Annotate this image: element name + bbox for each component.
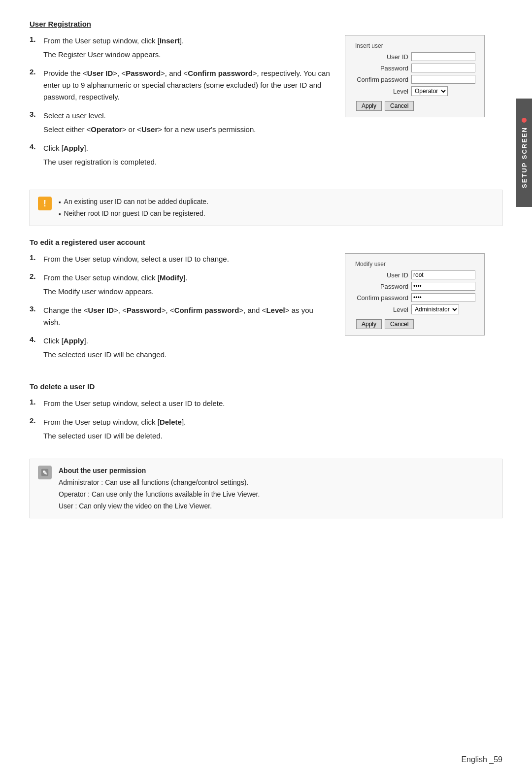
edit-step-3: 3. Change the <User ID>, <Password>, <Co… [30, 304, 330, 330]
insert-form-buttons: Apply Cancel [354, 101, 475, 111]
insert-user-form: Insert user User ID Password Confirm pas… [345, 35, 485, 117]
insert-password-label: Password [354, 65, 408, 72]
edit-step-2-sub: The Modify user window appears. [43, 286, 330, 298]
step-3-text: Select a user level. [43, 110, 330, 122]
edit-step-4-text: Click [Apply]. [43, 335, 330, 347]
sidebar-tab: SETUP SCREEN [516, 99, 532, 207]
insert-level-row: Level Operator User [354, 86, 475, 96]
info-content: About the user permission Administrator … [59, 465, 494, 512]
delete-step-2-sub: The selected user ID will be deleted. [43, 430, 502, 442]
user-registration-heading: User Registration [30, 20, 502, 28]
modify-password-input[interactable] [411, 282, 475, 291]
note-content: ▪ An existing user ID can not be added d… [59, 196, 494, 220]
modify-confirm-input[interactable] [411, 293, 475, 302]
insert-cancel-button[interactable]: Cancel [385, 101, 414, 111]
insert-confirm-input[interactable] [411, 75, 475, 84]
delete-user-section: To delete a user ID 1. From the User set… [30, 382, 502, 444]
step-1-sub: The Register User window appears. [43, 49, 330, 61]
modify-level-label: Level [354, 306, 408, 313]
step-1: 1. From the User setup window, click [In… [30, 35, 330, 63]
step-2-content: Provide the <User ID>, <Password>, and <… [43, 67, 330, 105]
modify-user-form: Modify user User ID Password Confirm pas… [345, 253, 485, 336]
step-2-text: Provide the <User ID>, <Password>, and <… [43, 67, 330, 103]
delete-user-heading: To delete a user ID [30, 382, 502, 391]
delete-step-2-text: From the User setup window, click [Delet… [43, 416, 502, 428]
modify-confirm-label: Confirm password [354, 294, 408, 302]
page-footer: English _59 [461, 755, 502, 764]
modify-userid-row: User ID [354, 270, 475, 279]
step-3-sub: Select either <Operator> or <User> for a… [43, 124, 330, 135]
edit-step-2-text: From the User setup window, click [Modif… [43, 272, 330, 284]
insert-confirm-label: Confirm password [354, 76, 408, 83]
step-1-num: 1. [30, 35, 41, 63]
modify-user-form-container: Modify user User ID Password Confirm pas… [345, 253, 502, 368]
info-item-3: User : Can only view the video on the Li… [59, 501, 494, 512]
edit-step-2-content: From the User setup window, click [Modif… [43, 272, 330, 300]
note-box: ! ▪ An existing user ID can not be added… [30, 190, 502, 226]
insert-form-title: Insert user [354, 42, 475, 49]
registration-steps: 1. From the User setup window, click [In… [30, 35, 330, 175]
edit-step-1-content: From the User setup window, select a use… [43, 253, 330, 267]
user-registration-section: User Registration 1. From the User setup… [30, 20, 502, 175]
modify-password-label: Password [354, 283, 408, 290]
step-3-content: Select a user level. Select either <Oper… [43, 110, 330, 137]
edit-step-3-num: 3. [30, 304, 41, 330]
info-item-2: Operator : Can use only the functions av… [59, 489, 494, 501]
modify-level-select[interactable]: Administrator Operator User [411, 304, 459, 314]
step-4-num: 4. [30, 142, 41, 170]
insert-level-select[interactable]: Operator User [411, 86, 448, 96]
edit-step-4-num: 4. [30, 335, 41, 363]
page-number: English _59 [461, 755, 502, 764]
delete-step-1-content: From the User setup window, select a use… [43, 398, 502, 411]
edit-step-3-content: Change the <User ID>, <Password>, <Confi… [43, 304, 330, 330]
svg-text:✎: ✎ [42, 470, 47, 476]
insert-apply-button[interactable]: Apply [356, 101, 382, 111]
pencil-icon: ✎ [40, 468, 49, 477]
modify-form-title: Modify user [354, 261, 475, 268]
edit-step-1: 1. From the User setup window, select a … [30, 253, 330, 267]
step-2-num: 2. [30, 67, 41, 105]
edit-step-2-num: 2. [30, 272, 41, 300]
info-item-1: Administrator : Can use all functions (c… [59, 477, 494, 489]
sidebar-tab-label: SETUP SCREEN [521, 127, 528, 188]
step-1-content: From the User setup window, click [Inser… [43, 35, 330, 63]
step-4-sub: The user registration is completed. [43, 156, 330, 168]
delete-step-2-content: From the User setup window, click [Delet… [43, 416, 502, 444]
edit-step-2: 2. From the User setup window, click [Mo… [30, 272, 330, 300]
edit-user-content: 1. From the User setup window, select a … [30, 253, 502, 368]
delete-step-1-text: From the User setup window, select a use… [43, 398, 502, 409]
edit-user-section: To edit a registered user account 1. Fro… [30, 238, 502, 368]
modify-cancel-button[interactable]: Cancel [385, 319, 414, 329]
note-text-2: Neither root ID nor guest ID can be regi… [64, 208, 205, 220]
edit-step-4-sub: The selected user ID will be changed. [43, 349, 330, 361]
modify-form-buttons: Apply Cancel [354, 319, 475, 329]
modify-userid-input[interactable] [411, 270, 475, 279]
modify-level-row: Level Administrator Operator User [354, 304, 475, 314]
modify-userid-label: User ID [354, 271, 408, 279]
edit-step-4: 4. Click [Apply]. The selected user ID w… [30, 335, 330, 363]
user-registration-content: 1. From the User setup window, click [In… [30, 35, 502, 175]
insert-password-row: Password [354, 64, 475, 72]
step-3: 3. Select a user level. Select either <O… [30, 110, 330, 137]
insert-password-input[interactable] [411, 64, 475, 72]
note-text-1: An existing user ID can not be added dup… [64, 196, 208, 208]
edit-user-heading: To edit a registered user account [30, 238, 502, 246]
delete-step-2: 2. From the User setup window, click [De… [30, 416, 502, 444]
modify-apply-button[interactable]: Apply [356, 319, 382, 329]
step-4: 4. Click [Apply]. The user registration … [30, 142, 330, 170]
edit-step-3-text: Change the <User ID>, <Password>, <Confi… [43, 304, 330, 328]
edit-steps: 1. From the User setup window, select a … [30, 253, 330, 368]
step-4-text: Click [Apply]. [43, 142, 330, 154]
insert-userid-input[interactable] [411, 52, 475, 61]
step-3-num: 3. [30, 110, 41, 137]
insert-confirm-row: Confirm password [354, 75, 475, 84]
insert-userid-row: User ID [354, 52, 475, 61]
insert-user-form-container: Insert user User ID Password Confirm pas… [345, 35, 502, 175]
note-item-2: ▪ Neither root ID nor guest ID can be re… [59, 208, 494, 220]
modify-password-row: Password [354, 282, 475, 291]
delete-step-1-num: 1. [30, 398, 41, 411]
step-2: 2. Provide the <User ID>, <Password>, an… [30, 67, 330, 105]
info-icon: ✎ [38, 466, 52, 479]
edit-step-1-text: From the User setup window, select a use… [43, 253, 330, 265]
info-box: ✎ About the user permission Administrato… [30, 459, 502, 518]
